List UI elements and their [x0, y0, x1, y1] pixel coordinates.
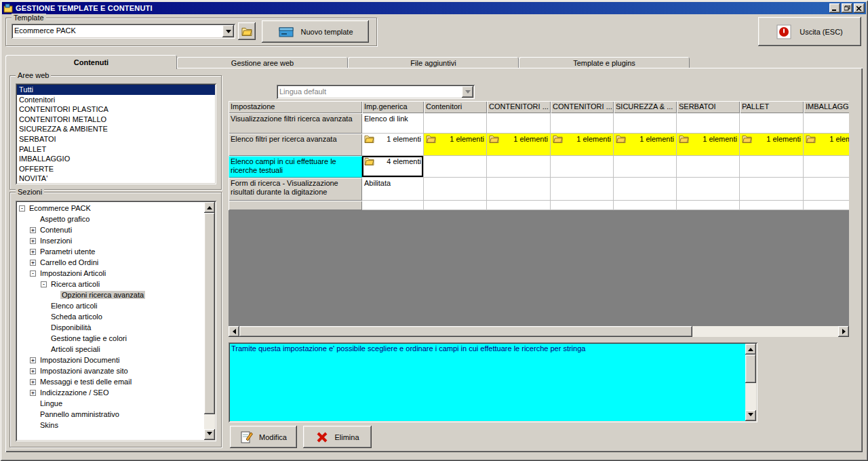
table-cell[interactable] — [677, 178, 740, 201]
scroll-up-button[interactable] — [745, 344, 756, 355]
scroll-left-button[interactable] — [229, 326, 239, 337]
new-template-button[interactable]: Nuovo template — [262, 20, 369, 43]
table-cell[interactable] — [677, 156, 740, 178]
table-horizontal-scrollbar[interactable] — [229, 326, 849, 337]
table-cell[interactable] — [614, 201, 677, 210]
column-header[interactable]: SICUREZZA & ... — [614, 101, 677, 113]
aree-web-item[interactable]: SERBATOI — [17, 134, 215, 144]
table-cell[interactable] — [740, 201, 804, 210]
sezioni-tree[interactable]: -Ecommerce PACKAspetto grafico+Contenuti… — [18, 203, 202, 439]
scroll-down-button[interactable] — [745, 410, 756, 421]
template-combobox-dropdown-button[interactable] — [222, 25, 234, 37]
tree-item[interactable]: +Inserzioni — [18, 235, 202, 246]
table-cell[interactable] — [487, 201, 551, 210]
table-cell[interactable] — [740, 113, 804, 134]
table-cell[interactable]: 1 elementi — [487, 134, 551, 156]
aree-web-item[interactable]: PALLET — [17, 144, 215, 155]
table-cell[interactable]: Elenco di link — [362, 113, 424, 134]
table-cell[interactable]: 1 elementi — [424, 134, 487, 156]
tree-item[interactable]: +Parametri utente — [18, 246, 202, 257]
aree-web-item[interactable]: OFFERTE — [17, 164, 215, 174]
aree-web-item[interactable]: IMBALLAGGIO — [17, 154, 215, 164]
column-header[interactable]: PALLET — [740, 101, 804, 113]
column-header[interactable]: SERBATOI — [677, 101, 740, 113]
close-button[interactable] — [854, 3, 865, 13]
tab-file-aggiuntivi[interactable]: File aggiuntivi — [348, 57, 519, 68]
table-cell[interactable]: 1 elementi — [677, 134, 740, 156]
aree-web-item[interactable]: Contenitori — [17, 95, 215, 105]
tree-item[interactable]: -Ricerca articoli — [18, 279, 202, 289]
table-cell[interactable] — [677, 201, 740, 210]
table-cell[interactable]: 1 elementi — [804, 134, 849, 156]
table-cell[interactable] — [362, 201, 424, 210]
tree-item[interactable]: Scheda articolo — [18, 311, 202, 322]
table-cell[interactable] — [551, 201, 614, 210]
table-cell[interactable] — [740, 156, 804, 178]
table-cell[interactable]: 1 elementi — [614, 134, 677, 156]
tree-item[interactable]: Gestione taglie e colori — [18, 333, 202, 344]
row-label-cell[interactable]: Visualizzazione filtri ricerca avanzata — [229, 113, 362, 134]
scroll-thumb[interactable] — [745, 355, 756, 383]
tree-item[interactable]: Skins — [18, 420, 202, 430]
tree-item[interactable]: +Carrello ed Ordini — [18, 257, 202, 268]
exit-button[interactable]: Uscita (ESC) — [758, 17, 861, 46]
tree-item[interactable]: +Indicizzazione / SEO — [18, 387, 202, 398]
tree-item[interactable]: Disponibilità — [18, 322, 202, 333]
aree-web-item[interactable]: SICUREZZA & AMBIENTE — [17, 124, 215, 134]
table-cell[interactable]: Abilitata — [362, 178, 424, 201]
expand-icon[interactable]: + — [30, 227, 36, 233]
column-header[interactable]: Imp.generica — [362, 101, 424, 113]
tab-template-e-plugins[interactable]: Template e plugins — [519, 57, 690, 68]
tree-item[interactable]: Articoli speciali — [18, 344, 202, 355]
scroll-down-button[interactable] — [204, 429, 215, 440]
expand-icon[interactable]: + — [30, 260, 36, 266]
column-header[interactable]: CONTENITORI ... — [487, 101, 551, 113]
expand-icon[interactable]: + — [30, 238, 36, 244]
tree-item[interactable]: -Ecommerce PACK — [18, 203, 202, 214]
scroll-thumb[interactable] — [239, 326, 692, 337]
column-header[interactable]: Impostazione — [229, 101, 362, 113]
row-label-cell[interactable]: Form di ricerca - Visualizzazione risult… — [229, 178, 362, 201]
elimina-button[interactable]: Elimina — [303, 426, 372, 448]
expand-icon[interactable]: + — [30, 390, 36, 396]
scroll-thumb[interactable] — [204, 213, 215, 414]
row-label-cell[interactable]: Elenco filtri per ricerca avanzata — [229, 134, 362, 156]
tree-item[interactable]: +Contenuti — [18, 224, 202, 235]
table-cell[interactable] — [487, 178, 551, 201]
table-cell[interactable] — [804, 113, 849, 134]
minimize-button[interactable] — [829, 3, 840, 13]
tree-item[interactable]: Pannello amministrativo — [18, 409, 202, 420]
table-cell[interactable] — [551, 156, 614, 178]
column-header[interactable]: Contenitori — [424, 101, 487, 113]
table-cell[interactable] — [424, 201, 487, 210]
collapse-icon[interactable]: - — [41, 281, 47, 287]
aree-web-item[interactable]: NOVITA' — [17, 174, 215, 184]
table-cell[interactable] — [424, 156, 487, 178]
table-cell[interactable] — [804, 156, 849, 178]
row-label-cell[interactable] — [229, 201, 362, 210]
table-cell[interactable] — [551, 178, 614, 201]
table-cell[interactable] — [804, 178, 849, 201]
table-cell[interactable] — [614, 178, 677, 201]
modifica-button[interactable]: Modifica — [230, 426, 297, 448]
table-cell[interactable] — [614, 113, 677, 134]
restore-button[interactable] — [842, 3, 852, 13]
tree-item[interactable]: Opzioni ricerca avanzata — [18, 289, 202, 300]
lingua-combobox-dropdown-button[interactable] — [462, 86, 473, 98]
expand-icon[interactable]: + — [30, 368, 36, 374]
collapse-icon[interactable]: - — [30, 270, 36, 277]
aree-web-item[interactable]: CONTENITORI METALLO — [17, 115, 215, 125]
table-cell[interactable]: 1 elementi — [551, 134, 614, 156]
description-scrollbar[interactable] — [745, 344, 756, 421]
table-cell[interactable] — [740, 178, 804, 201]
tree-item[interactable]: Elenco articoli — [18, 300, 202, 311]
sezioni-tree-scrollbar[interactable] — [204, 202, 215, 440]
open-folder-button[interactable] — [238, 22, 256, 40]
scroll-right-button[interactable] — [838, 326, 849, 337]
table-cell[interactable] — [487, 113, 551, 134]
aree-web-list[interactable]: TuttiContenitoriCONTENITORI PLASTICACONT… — [16, 83, 216, 184]
title-bar[interactable]: GESTIONE TEMPLATE E CONTENUTI — [2, 2, 866, 14]
expand-icon[interactable]: + — [30, 357, 36, 363]
table-cell[interactable] — [551, 113, 614, 134]
tree-item[interactable]: -Impostazioni Articoli — [18, 268, 202, 279]
